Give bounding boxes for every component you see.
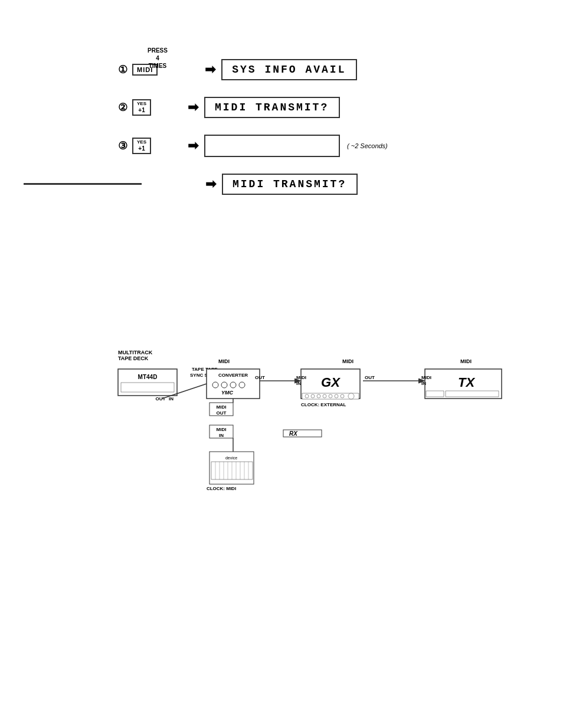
svg-rect-7 — [121, 383, 174, 392]
svg-text:MIDI: MIDI — [217, 427, 227, 432]
svg-text:GX: GX — [321, 375, 341, 390]
svg-text:OUT: OUT — [255, 375, 265, 380]
svg-text:OUT: OUT — [365, 375, 375, 380]
svg-text:OUT: OUT — [156, 396, 166, 401]
instructions-section: PRESS 4 TIMES ① MIDI ➡ SYS INFO AVAIL ② … — [118, 35, 531, 211]
step1-arrow: ➡ — [205, 62, 215, 77]
svg-text:IN: IN — [219, 433, 224, 438]
svg-point-36 — [323, 394, 326, 398]
step4-arrow: ➡ — [205, 177, 216, 192]
connection-diagram: MULTITRACK TAPE DECK MIDI MIDI MIDI MT44… — [118, 366, 543, 496]
svg-text:CONVERTER: CONVERTER — [218, 373, 248, 378]
step2-arrow: ➡ — [188, 100, 198, 115]
svg-point-38 — [335, 394, 338, 398]
svg-point-34 — [311, 394, 315, 398]
svg-rect-46 — [446, 391, 499, 397]
svg-text:MIDI: MIDI — [217, 404, 227, 410]
yes-button-step3: YES +1 — [132, 138, 151, 154]
svg-point-15 — [221, 382, 227, 388]
svg-point-40 — [348, 393, 354, 399]
step4-row: ➡ MIDI TRANSMIT? — [118, 174, 531, 195]
step2-row: ② YES +1 ➡ MIDI TRANSMIT? — [118, 97, 531, 118]
svg-point-39 — [341, 394, 344, 398]
step1-display: SYS INFO AVAIL — [221, 59, 357, 80]
step3-number: ③ — [118, 139, 127, 152]
seconds-note: ( ~2 Seconds) — [347, 142, 388, 149]
svg-text:IN: IN — [296, 381, 301, 386]
svg-point-37 — [329, 394, 332, 398]
svg-point-16 — [230, 382, 236, 388]
svg-text:IN: IN — [169, 396, 174, 401]
step1-number: ① — [118, 64, 127, 76]
svg-text:MIDI: MIDI — [296, 375, 306, 380]
svg-text:MIDI: MIDI — [342, 358, 353, 364]
svg-text:MIDI: MIDI — [421, 375, 431, 380]
step1-row: PRESS 4 TIMES ① MIDI ➡ SYS INFO AVAIL — [118, 59, 531, 80]
svg-text:TX: TX — [458, 375, 475, 390]
svg-text:TAPE DECK: TAPE DECK — [118, 355, 149, 361]
press-label: PRESS 4 TIMES — [148, 47, 168, 70]
svg-text:CLOCK: MIDI: CLOCK: MIDI — [207, 486, 236, 491]
svg-text:IN: IN — [421, 381, 426, 386]
svg-text:CLOCK: EXTERNAL: CLOCK: EXTERNAL — [301, 402, 346, 407]
svg-text:MIDI: MIDI — [218, 358, 230, 364]
svg-text:OUT: OUT — [217, 410, 227, 416]
step2-number: ② — [118, 101, 127, 114]
svg-point-35 — [317, 394, 320, 398]
svg-text:YMC: YMC — [221, 390, 234, 396]
section-divider — [24, 183, 142, 185]
svg-point-17 — [239, 382, 245, 388]
svg-point-33 — [305, 394, 309, 398]
svg-text:RX: RX — [289, 430, 298, 437]
step3-arrow: ➡ — [188, 138, 198, 154]
svg-text:device: device — [225, 456, 237, 460]
step4-display: MIDI TRANSMIT? — [222, 174, 358, 195]
svg-text:MIDI: MIDI — [460, 358, 472, 364]
svg-text:MULTITRACK: MULTITRACK — [118, 350, 153, 355]
step2-display: MIDI TRANSMIT? — [204, 97, 340, 118]
svg-text:MT44D: MT44D — [138, 374, 158, 380]
step3-row: ③ YES +1 ➡ ( ~2 Seconds) — [118, 135, 531, 157]
svg-point-14 — [212, 382, 218, 388]
svg-rect-45 — [426, 391, 444, 397]
diagram-section: MULTITRACK TAPE DECK MIDI MIDI MIDI MT44… — [118, 366, 543, 498]
step3-display-empty — [204, 135, 340, 157]
yes-button-step2: YES +1 — [132, 99, 151, 116]
